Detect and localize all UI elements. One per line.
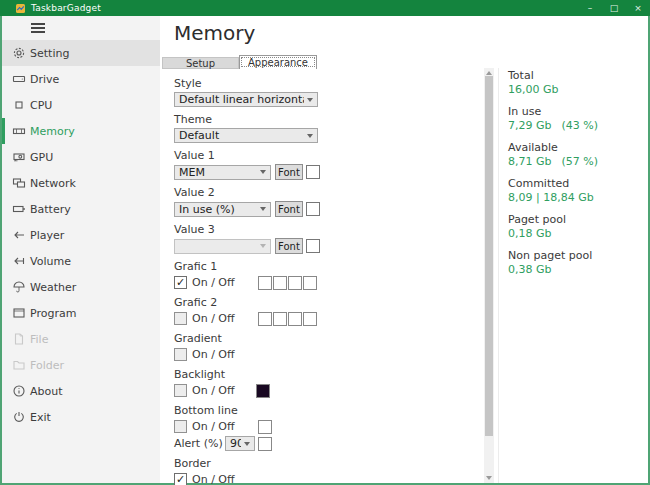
triangle-down-icon [486,476,492,480]
checkbox-icon [174,348,187,361]
tab-setup[interactable]: Setup [162,57,239,69]
triangle-up-icon [486,71,492,75]
bottom-line-color-swatch[interactable] [258,420,272,434]
menu-toggle-button[interactable] [2,16,160,40]
sidebar-item-label: Player [30,229,64,242]
folder-icon [12,358,26,372]
vertical-scrollbar[interactable] [484,68,494,483]
checkbox-icon [174,312,187,325]
stats-separator [498,68,499,483]
theme-dropdown[interactable]: Default [174,128,318,143]
sidebar-item-weather[interactable]: Weather [2,274,160,300]
sidebar-item-volume[interactable]: Volume [2,248,160,274]
value3-color-swatch[interactable] [306,239,320,253]
grafic2-field: Grafic 2 On / Off [174,297,479,326]
backlight-onoff-checkbox[interactable]: On / Off [174,383,256,398]
sidebar-item-drive[interactable]: Drive [2,66,160,92]
close-button[interactable]: × [626,0,650,16]
sidebar-item-label: Network [30,177,76,190]
value2-font-button[interactable]: Font [275,201,303,217]
sidebar-item-label: Program [30,307,76,320]
grafic1-color-swatch-4[interactable] [303,276,317,290]
scroll-down-arrow[interactable] [484,473,494,483]
sidebar-item-label: GPU [30,151,53,164]
grafic2-onoff-checkbox[interactable]: On / Off [174,311,258,326]
hamburger-icon [31,23,45,33]
bottom-line-field: Bottom line On / Off Alert (%) 90 [174,405,479,451]
maximize-button[interactable]: □ [602,0,626,16]
page-title: Memory [174,21,255,45]
gear-icon [12,46,26,60]
value1-field: Value 1 MEM Font [174,150,479,180]
backlight-color-swatch[interactable] [256,384,270,398]
weather-icon [12,280,26,294]
stat-total: Total 16,00 Gb [508,69,604,97]
stat-paget-pool: Paget pool 0,18 Gb [508,213,604,241]
sidebar: Setting Drive CPU Memory [2,16,160,483]
stat-committed: Committed 8,09 | 18,84 Gb [508,177,604,205]
gradient-label: Gradient [174,333,479,345]
sidebar-item-label: File [30,333,48,346]
sidebar-item-label: Memory [30,125,75,138]
border-field: Border On / Off [174,458,479,485]
grafic1-onoff-checkbox[interactable]: On / Off [174,275,258,290]
grafic2-label: Grafic 2 [174,297,479,309]
scrollbar-thumb[interactable] [485,76,493,436]
battery-icon [12,202,26,216]
border-onoff-checkbox[interactable]: On / Off [174,472,479,485]
main-content: Memory Setup Appearance Style Default li… [160,16,648,483]
value3-font-button[interactable]: Font [275,238,303,254]
minimize-button[interactable]: – [578,0,602,16]
sidebar-item-gpu[interactable]: GPU [2,144,160,170]
tab-appearance[interactable]: Appearance [239,55,317,69]
grafic2-color-swatch-2[interactable] [273,312,287,326]
value2-color-swatch[interactable] [306,202,320,216]
chevron-down-icon [260,207,266,211]
grafic2-color-swatch-1[interactable] [258,312,272,326]
alert-color-swatch[interactable] [258,437,272,451]
value2-dropdown[interactable]: In use (%) [174,202,271,217]
tab-bar: Setup Appearance [162,55,317,69]
grafic1-color-swatch-3[interactable] [288,276,302,290]
value1-font-button[interactable]: Font [275,164,303,180]
bottom-line-onoff-checkbox[interactable]: On / Off [174,419,258,434]
file-icon [12,332,26,346]
sidebar-item-network[interactable]: Network [2,170,160,196]
chevron-down-icon [260,170,266,174]
grafic2-color-swatch-3[interactable] [288,312,302,326]
style-dropdown[interactable]: Default linear horizontal [174,92,318,107]
grafic2-color-swatch-4[interactable] [303,312,317,326]
sidebar-item-label: Drive [30,73,59,86]
bottom-line-label: Bottom line [174,405,479,417]
grafic2-color-boxes [258,312,317,326]
value2-field: Value 2 In use (%) Font [174,187,479,217]
sidebar-item-setting[interactable]: Setting [2,40,160,66]
appearance-form: Style Default linear horizontal Theme De… [174,78,479,485]
grafic1-color-swatch-2[interactable] [273,276,287,290]
memory-stats-panel: Total 16,00 Gb In use 7,29 Gb(43 %) Avai… [508,69,604,285]
sidebar-item-battery[interactable]: Battery [2,196,160,222]
alert-label: Alert (%) [174,436,225,451]
border-label: Border [174,458,479,470]
chevron-down-icon [244,442,250,446]
theme-field: Theme Default [174,114,479,143]
sidebar-item-memory[interactable]: Memory [2,118,160,144]
chevron-down-icon [307,134,313,138]
alert-dropdown[interactable]: 90 [225,436,255,451]
gradient-onoff-checkbox[interactable]: On / Off [174,347,479,362]
chevron-down-icon [307,98,313,102]
sidebar-item-label: CPU [30,99,52,112]
grafic1-color-swatch-1[interactable] [258,276,272,290]
sidebar-item-player[interactable]: Player [2,222,160,248]
sidebar-item-about[interactable]: About [2,378,160,404]
sidebar-item-label: About [30,385,63,398]
memory-icon [12,124,26,138]
sidebar-item-cpu[interactable]: CPU [2,92,160,118]
sidebar-item-exit[interactable]: Exit [2,404,160,430]
title-bar: TaskbarGadget – □ × [0,0,650,16]
sidebar-item-program[interactable]: Program [2,300,160,326]
backlight-field: Backlight On / Off [174,369,479,398]
value1-color-swatch[interactable] [306,165,320,179]
value1-dropdown[interactable]: MEM [174,165,271,180]
sidebar-item-label: Folder [30,359,64,372]
